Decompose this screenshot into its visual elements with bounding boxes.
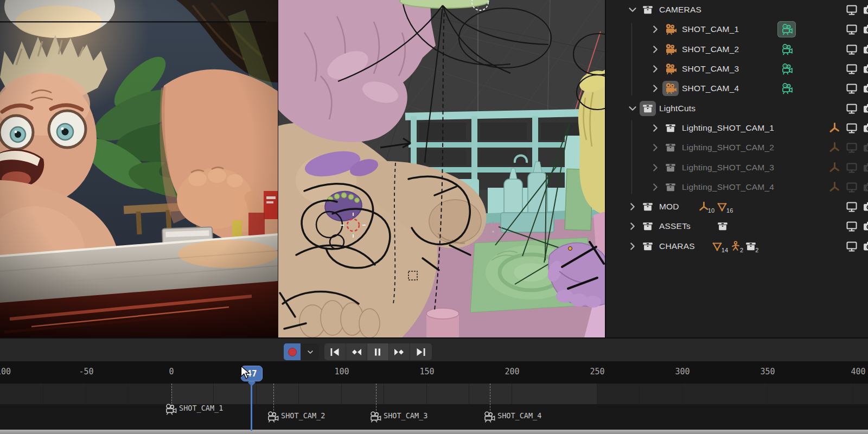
disable-in-renders-icon-off[interactable] bbox=[863, 141, 868, 154]
collection-icon-active[interactable] bbox=[640, 101, 656, 116]
next-keyframe-button[interactable] bbox=[389, 343, 411, 360]
chevron-right-icon[interactable] bbox=[648, 161, 662, 174]
outliner-item-label[interactable]: SHOT_CAM_3 bbox=[682, 64, 739, 74]
ruler-tick: 200 bbox=[505, 367, 519, 376]
disable-in-renders-icon-off[interactable] bbox=[863, 161, 868, 174]
outliner-item-label[interactable]: CAMERAS bbox=[659, 5, 701, 15]
chevron-right-icon[interactable] bbox=[648, 23, 662, 36]
chevron-right-icon[interactable] bbox=[648, 141, 662, 154]
jump-to-start-button[interactable] bbox=[324, 343, 346, 360]
outliner-item-label[interactable]: CHARAS bbox=[659, 241, 695, 251]
marker-camera-icon bbox=[369, 410, 382, 423]
outliner-item-label[interactable]: Lighting_SHOT_CAM_4 bbox=[682, 182, 774, 192]
disable-in-renders-icon[interactable] bbox=[863, 82, 868, 95]
camera-object-icon[interactable] bbox=[662, 61, 679, 76]
disable-in-renders-icon[interactable] bbox=[863, 200, 868, 213]
previous-keyframe-button[interactable] bbox=[346, 343, 368, 360]
pause-button[interactable] bbox=[367, 343, 389, 360]
marker-strip[interactable] bbox=[0, 404, 868, 431]
camera-marker[interactable]: SHOT_CAM_2 bbox=[266, 410, 325, 423]
camera-data-icon-active[interactable] bbox=[777, 21, 796, 37]
outliner-item-label[interactable]: SHOT_CAM_4 bbox=[682, 84, 739, 93]
outliner-row-shot-cam-1: SHOT_CAM_1 bbox=[606, 20, 868, 39]
chevron-down-icon[interactable] bbox=[626, 3, 640, 16]
hide-in-viewport-icon[interactable] bbox=[845, 43, 858, 56]
outliner-row-lighting-shot-cam-4: Lighting_SHOT_CAM_4 bbox=[606, 177, 868, 197]
hide-in-viewport-icon[interactable] bbox=[845, 62, 858, 75]
jump-to-end-button[interactable] bbox=[410, 343, 432, 360]
chevron-right-icon[interactable] bbox=[648, 122, 662, 135]
hide-in-viewport-icon[interactable] bbox=[845, 3, 858, 16]
chevron-right-icon[interactable] bbox=[648, 43, 662, 56]
collection-icon[interactable] bbox=[640, 2, 656, 17]
camera-marker[interactable]: SHOT_CAM_4 bbox=[483, 410, 541, 423]
auto-keying-record-button[interactable] bbox=[284, 343, 301, 360]
hide-in-viewport-icon-off[interactable] bbox=[845, 181, 858, 194]
render-preview-panel[interactable] bbox=[0, 0, 278, 337]
camera-marker[interactable]: SHOT_CAM_1 bbox=[164, 403, 223, 416]
outliner-item-label[interactable]: LightCuts bbox=[659, 104, 695, 113]
outliner-row-assets: ASSETs bbox=[606, 216, 868, 236]
mouse-cursor bbox=[240, 366, 252, 380]
disable-in-renders-icon[interactable] bbox=[863, 62, 868, 75]
empty-axes-icon[interactable] bbox=[828, 181, 841, 194]
collection-icon[interactable] bbox=[640, 199, 656, 214]
camera-data-icon[interactable] bbox=[777, 41, 796, 58]
disable-in-renders-icon[interactable] bbox=[863, 23, 868, 36]
disable-in-renders-icon[interactable] bbox=[863, 43, 868, 56]
collection-icon[interactable] bbox=[662, 120, 679, 136]
hide-in-viewport-icon[interactable] bbox=[845, 122, 858, 135]
chevron-right-icon[interactable] bbox=[648, 62, 662, 75]
collection-icon[interactable] bbox=[662, 140, 679, 155]
hide-in-viewport-icon[interactable] bbox=[845, 102, 858, 115]
hide-in-viewport-icon[interactable] bbox=[845, 200, 858, 213]
camera-object-icon[interactable] bbox=[662, 42, 679, 57]
hide-in-viewport-icon-off[interactable] bbox=[845, 141, 858, 154]
collection-icon[interactable] bbox=[662, 180, 679, 195]
chevron-right-icon[interactable] bbox=[648, 181, 662, 194]
keying-dropdown-button[interactable] bbox=[301, 343, 319, 360]
outliner-item-label[interactable]: Lighting_SHOT_CAM_3 bbox=[682, 163, 774, 173]
hide-in-viewport-icon[interactable] bbox=[845, 82, 858, 95]
disable-in-renders-icon[interactable] bbox=[863, 3, 868, 16]
outliner-item-label[interactable]: SHOT_CAM_2 bbox=[682, 44, 739, 54]
camera-object-icon-active[interactable] bbox=[662, 81, 679, 96]
chevron-right-icon[interactable] bbox=[626, 220, 640, 233]
playhead-line[interactable] bbox=[251, 381, 252, 431]
mesh-data-icon: 14 bbox=[711, 240, 728, 252]
disable-in-renders-icon[interactable] bbox=[863, 122, 868, 135]
empty-axes-icon[interactable] bbox=[828, 141, 841, 154]
count-badge: 2 bbox=[755, 247, 758, 253]
timeline-ruler[interactable]: -100 -50 0 100 150 200 250 300 350 400 bbox=[0, 361, 868, 384]
ruler-tick: 250 bbox=[590, 367, 604, 376]
disable-in-renders-icon-off[interactable] bbox=[863, 181, 868, 194]
outliner-item-label[interactable]: Lighting_SHOT_CAM_1 bbox=[682, 123, 774, 133]
chevron-right-icon[interactable] bbox=[648, 82, 662, 95]
disable-in-renders-icon[interactable] bbox=[863, 240, 868, 253]
collection-icon[interactable] bbox=[640, 219, 656, 234]
collection-instance-icon bbox=[717, 220, 729, 232]
disable-in-renders-icon[interactable] bbox=[863, 102, 868, 115]
hide-in-viewport-icon-off[interactable] bbox=[845, 161, 858, 174]
empty-axes-icon[interactable] bbox=[828, 122, 841, 135]
chevron-right-icon[interactable] bbox=[626, 200, 640, 213]
camera-marker[interactable]: SHOT_CAM_3 bbox=[369, 410, 427, 423]
camera-data-icon[interactable] bbox=[777, 80, 796, 97]
outliner-item-label[interactable]: Lighting_SHOT_CAM_2 bbox=[682, 143, 774, 152]
chevron-right-icon[interactable] bbox=[626, 240, 640, 253]
outliner-item-label[interactable]: ASSETs bbox=[659, 221, 691, 231]
hide-in-viewport-icon[interactable] bbox=[845, 23, 858, 36]
camera-object-icon[interactable] bbox=[662, 22, 679, 37]
hide-in-viewport-icon[interactable] bbox=[845, 240, 858, 253]
viewport-3d-panel[interactable] bbox=[278, 0, 605, 337]
chevron-down-icon[interactable] bbox=[626, 102, 640, 115]
outliner-item-label[interactable]: SHOT_CAM_1 bbox=[682, 24, 739, 34]
disable-in-renders-icon[interactable] bbox=[863, 220, 868, 233]
camera-data-icon[interactable] bbox=[777, 61, 796, 77]
collection-icon[interactable] bbox=[640, 239, 656, 254]
outliner-item-label[interactable]: MOD bbox=[659, 202, 679, 212]
collection-icon[interactable] bbox=[662, 160, 679, 175]
marker-line bbox=[376, 384, 376, 413]
empty-axes-icon[interactable] bbox=[828, 161, 841, 174]
hide-in-viewport-icon[interactable] bbox=[845, 220, 858, 233]
